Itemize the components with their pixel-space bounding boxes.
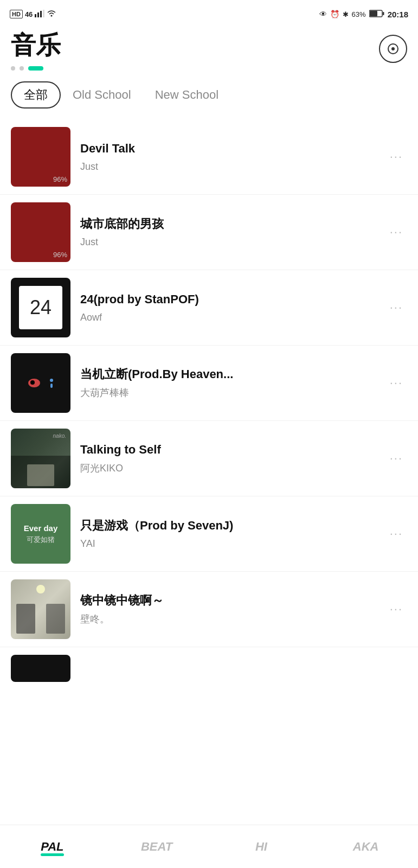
song-more-button-5[interactable]: ··· xyxy=(385,447,407,470)
hd-badge: HD xyxy=(10,10,23,18)
song-info-1: Devil Talk Just xyxy=(80,141,376,173)
song-title-7: 镜中镜中镜啊～ xyxy=(80,593,376,609)
svg-point-4 xyxy=(51,15,53,16)
pagination-dots xyxy=(0,63,418,71)
song-artist-1: Just xyxy=(80,161,376,173)
vinyl-center-dot xyxy=(391,47,395,50)
song-more-button-7[interactable]: ··· xyxy=(385,598,407,621)
bottom-nav: PAL BEAT HI AKA xyxy=(0,825,418,868)
album-art-text-main: 可爱如猪 xyxy=(27,535,55,545)
tab-all[interactable]: 全部 xyxy=(11,81,61,108)
battery-icon xyxy=(369,10,384,19)
song-artist-3: Aowf xyxy=(80,312,376,323)
figure-right xyxy=(46,604,65,634)
tab-new-school[interactable]: New School xyxy=(143,82,230,107)
song-item[interactable]: 镜中镜中镜啊～ 壁咚。 ··· xyxy=(0,571,418,647)
dot-2 xyxy=(20,66,24,71)
album-art-1: 96% xyxy=(11,127,70,187)
nav-pal-label: PAL xyxy=(41,840,63,853)
nav-aka-label: AKA xyxy=(353,840,379,854)
song-item[interactable]: nako. Talking to Self 阿光KIKO ··· xyxy=(0,420,418,496)
nav-pal[interactable]: PAL xyxy=(0,825,105,868)
song-list: 96% Devil Talk Just ··· 96% 城市底部的男孩 Just… xyxy=(0,114,418,695)
vinyl-icon xyxy=(388,43,398,54)
song-info-6: 只是游戏（Prod by SevenJ) YAI xyxy=(80,518,376,550)
song-title-3: 24(prod by StanPOF) xyxy=(80,292,376,308)
moon-decoration xyxy=(36,585,45,593)
song-info-5: Talking to Self 阿光KIKO xyxy=(80,442,376,475)
album-art-2: 96% xyxy=(11,202,70,262)
album-art-4 xyxy=(11,353,70,413)
album-art-6: Ever day 可爱如猪 xyxy=(11,504,70,564)
wifi-icon xyxy=(47,10,56,19)
nav-hi-label: HI xyxy=(255,840,267,854)
signal-icon: 46 xyxy=(25,10,33,18)
eye-icon: 👁 xyxy=(319,10,327,18)
song-more-button-2[interactable]: ··· xyxy=(385,221,407,244)
song-info-7: 镜中镜中镜啊～ 壁咚。 xyxy=(80,593,376,626)
album-art-partial xyxy=(11,655,70,682)
album-watermark: nako. xyxy=(53,433,66,439)
album-art-7 xyxy=(11,579,70,639)
album-art-overlay xyxy=(11,456,70,489)
status-right: 👁 ⏰ ✱ 63% 20:18 xyxy=(319,10,408,19)
song-title-5: Talking to Self xyxy=(80,442,376,458)
song-title-6: 只是游戏（Prod by SevenJ) xyxy=(80,518,376,534)
song-more-button-1[interactable]: ··· xyxy=(385,145,407,168)
match-badge-1: 96% xyxy=(53,175,67,183)
nav-pal-wrapper: PAL xyxy=(41,840,63,854)
song-artist-7: 壁咚。 xyxy=(80,612,376,626)
album-art-24-text: 24 xyxy=(19,286,62,329)
song-item[interactable]: 24 24(prod by StanPOF) Aowf ··· xyxy=(0,270,418,345)
song-more-button-6[interactable]: ··· xyxy=(385,522,407,545)
song-more-button-3[interactable]: ··· xyxy=(385,296,407,319)
bluetooth-icon: ✱ xyxy=(343,10,349,18)
song-more-button-4[interactable]: ··· xyxy=(385,372,407,394)
song-info-2: 城市底部的男孩 Just xyxy=(80,216,376,248)
song-item-partial xyxy=(0,647,418,690)
song-item[interactable]: 96% 城市底部的男孩 Just ··· xyxy=(0,194,418,270)
status-left: HD 46 xyxy=(10,10,56,19)
svg-rect-1 xyxy=(37,12,39,17)
album-art-3: 24 xyxy=(11,278,70,337)
alarm-icon: ⏰ xyxy=(330,10,339,18)
header: 音乐 xyxy=(0,26,418,63)
song-item[interactable]: 96% Devil Talk Just ··· xyxy=(0,119,418,194)
song-info-3: 24(prod by StanPOF) Aowf xyxy=(80,292,376,323)
owl-decoration xyxy=(28,379,53,388)
dot-1 xyxy=(11,66,15,71)
nav-hi[interactable]: HI xyxy=(209,825,314,868)
song-title-1: Devil Talk xyxy=(80,141,376,157)
figure-silhouette xyxy=(27,464,54,486)
time-display: 20:18 xyxy=(388,10,408,19)
nav-aka[interactable]: AKA xyxy=(313,825,418,868)
nav-active-indicator xyxy=(41,853,63,856)
match-badge-2: 96% xyxy=(53,251,67,259)
tab-old-school[interactable]: Old School xyxy=(61,82,143,107)
song-artist-6: YAI xyxy=(80,538,376,550)
song-artist-2: Just xyxy=(80,237,376,248)
status-bar: HD 46 👁 ⏰ ✱ 63% 20:18 xyxy=(0,0,418,26)
nav-beat-label: BEAT xyxy=(141,840,172,854)
svg-rect-0 xyxy=(35,14,36,17)
song-artist-4: 大葫芦棒棒 xyxy=(80,386,376,399)
drip-decoration xyxy=(50,379,53,388)
owl-eye-left xyxy=(28,379,40,387)
song-item[interactable]: 当机立断(Prod.By Heaven... 大葫芦棒棒 ··· xyxy=(0,345,418,420)
song-artist-5: 阿光KIKO xyxy=(80,462,376,475)
song-title-4: 当机立断(Prod.By Heaven... xyxy=(80,367,376,382)
song-info-4: 当机立断(Prod.By Heaven... 大葫芦棒棒 xyxy=(80,367,376,400)
song-title-2: 城市底部的男孩 xyxy=(80,216,376,232)
nav-beat[interactable]: BEAT xyxy=(105,825,209,868)
album-art-text-top: Ever day xyxy=(24,524,58,533)
bars-icon xyxy=(35,10,44,19)
figure-left xyxy=(16,604,35,634)
battery-percent: 63% xyxy=(352,10,366,18)
music-player-icon[interactable] xyxy=(379,35,407,63)
song-item[interactable]: Ever day 可爱如猪 只是游戏（Prod by SevenJ) YAI ·… xyxy=(0,496,418,571)
svg-rect-3 xyxy=(43,10,44,17)
svg-rect-6 xyxy=(370,11,377,16)
filter-tabs: 全部 Old School New School xyxy=(0,71,418,114)
album-art-5: nako. xyxy=(11,429,70,488)
dot-active xyxy=(28,66,43,71)
